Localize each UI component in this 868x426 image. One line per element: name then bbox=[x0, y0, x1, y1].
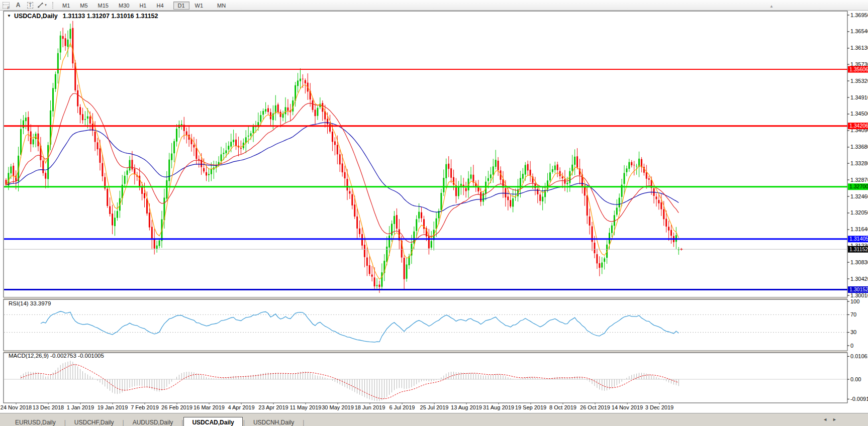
timeframe-button-m1[interactable]: M1 bbox=[58, 2, 74, 10]
candle-body bbox=[280, 112, 281, 117]
candle-body bbox=[297, 80, 299, 86]
candle-body bbox=[515, 197, 516, 197]
candle-body bbox=[611, 226, 613, 233]
candle-body bbox=[262, 111, 264, 115]
candle-body bbox=[171, 154, 172, 160]
timeframe-button-w1[interactable]: W1 bbox=[190, 2, 208, 10]
candle-body bbox=[361, 234, 363, 246]
candle-body bbox=[287, 108, 288, 111]
chart-menu-expander-icon[interactable]: ▼ bbox=[7, 14, 11, 18]
macd-tick-label: 0.00 bbox=[850, 376, 861, 382]
time-axis[interactable]: 24 Nov 201813 Dec 20181 Jan 201919 Jan 2… bbox=[1, 403, 673, 410]
timeframe-button-m5[interactable]: M5 bbox=[75, 2, 92, 10]
timeframe-button-h1[interactable]: H1 bbox=[135, 2, 151, 10]
candle-body bbox=[20, 129, 22, 155]
date-label: 23 Apr 2019 bbox=[258, 404, 288, 410]
candle-body bbox=[507, 196, 509, 200]
candle-body bbox=[315, 110, 316, 116]
main-chart-panel[interactable] bbox=[4, 11, 847, 297]
toolbar-grip[interactable] bbox=[52, 2, 54, 9]
candle-body bbox=[67, 40, 69, 47]
candle-body bbox=[369, 265, 370, 274]
chart-tab-eurusd-daily[interactable]: EURUSD,Daily bbox=[7, 417, 64, 426]
date-label: 26 Feb 2019 bbox=[161, 404, 192, 410]
grid-properties-icon[interactable]: F bbox=[1, 1, 11, 9]
price-tick-label: 1.33280 bbox=[850, 160, 868, 166]
candle-body bbox=[566, 183, 568, 184]
candle-body bbox=[465, 188, 467, 191]
candle-body bbox=[431, 241, 432, 248]
candle-body bbox=[594, 243, 595, 253]
panel-splitter[interactable] bbox=[4, 351, 847, 353]
macd-tick-label: -0.009185 bbox=[850, 396, 868, 402]
candle-body bbox=[127, 170, 128, 175]
candle-body bbox=[149, 212, 150, 227]
candle-body bbox=[52, 88, 54, 111]
candle-body bbox=[576, 156, 578, 168]
timeframe-button-mn[interactable]: MN bbox=[213, 2, 230, 10]
timeframe-button-m15[interactable]: M15 bbox=[93, 2, 113, 10]
candle-body bbox=[89, 117, 91, 124]
candle-body bbox=[302, 79, 304, 79]
candle-body bbox=[166, 180, 167, 199]
candle-body bbox=[493, 166, 494, 174]
candle-body bbox=[539, 194, 541, 201]
candle-body bbox=[571, 165, 573, 171]
tab-separator: | bbox=[122, 419, 125, 426]
font-icon[interactable]: A bbox=[13, 1, 23, 9]
candle-body bbox=[624, 173, 625, 184]
candle-body bbox=[55, 74, 56, 89]
chart-tab-usdcad-daily[interactable]: USDCAD,Daily bbox=[183, 417, 242, 426]
candle-body bbox=[530, 170, 531, 176]
candle-body bbox=[391, 224, 393, 235]
panel-splitter[interactable] bbox=[4, 297, 847, 299]
candle-body bbox=[589, 217, 591, 226]
date-label: 30 May 2019 bbox=[322, 404, 354, 410]
candle-body bbox=[628, 162, 630, 169]
svg-text:1.30152: 1.30152 bbox=[849, 286, 868, 292]
date-label: 1 Jan 2019 bbox=[67, 404, 94, 410]
rsi-tick-label: 30 bbox=[850, 329, 856, 335]
scroll-left-icon[interactable]: ◄ bbox=[823, 417, 832, 422]
rsi-tick-label: 70 bbox=[850, 311, 856, 317]
candle-body bbox=[109, 206, 111, 214]
candle-body bbox=[151, 227, 153, 238]
candle-body bbox=[65, 38, 66, 46]
timeframe-button-d1[interactable]: D1 bbox=[173, 2, 189, 10]
candle-body bbox=[203, 168, 205, 172]
chart-tab-usdchf-daily[interactable]: USDCHF,Daily bbox=[66, 417, 122, 426]
candle-body bbox=[584, 186, 586, 196]
candle-body bbox=[332, 132, 333, 142]
candle-body bbox=[131, 160, 133, 169]
candle-body bbox=[72, 28, 73, 64]
date-label: 8 Oct 2019 bbox=[549, 404, 576, 410]
diagonal-arrows-glyph bbox=[37, 2, 44, 9]
candle-body bbox=[33, 139, 34, 144]
candle-body bbox=[146, 198, 148, 214]
candle-body bbox=[233, 140, 234, 142]
chart-tab-usdcnh-daily[interactable]: USDCNH,Daily bbox=[245, 417, 302, 426]
chart-shift-marker-icon: ▲ bbox=[769, 5, 774, 9]
candle-body bbox=[248, 136, 249, 137]
chart-tab-audusd-daily[interactable]: AUDUSD,Daily bbox=[125, 417, 181, 426]
candle-body bbox=[631, 162, 632, 165]
date-label: 7 Feb 2019 bbox=[131, 404, 159, 410]
candle-body bbox=[62, 36, 64, 39]
text-label-icon[interactable]: T bbox=[25, 1, 35, 9]
candle-body bbox=[240, 148, 242, 149]
cursor-arrows-icon[interactable]: ▼ bbox=[37, 1, 47, 9]
candle-body bbox=[211, 169, 212, 174]
date-label: 6 Jul 2019 bbox=[390, 404, 415, 410]
candle-body bbox=[663, 209, 664, 220]
chart-canvas[interactable]: 1.369501.365401.361301.357301.353201.349… bbox=[0, 10, 868, 413]
date-label: 19 Jan 2019 bbox=[98, 404, 128, 410]
macd-panel[interactable] bbox=[4, 353, 847, 403]
rsi-panel[interactable] bbox=[4, 299, 847, 351]
candle-body bbox=[406, 264, 408, 278]
scroll-right-icon[interactable]: ► bbox=[832, 417, 842, 422]
rsi-tick-label: 100 bbox=[850, 298, 859, 304]
timeframe-button-m30[interactable]: M30 bbox=[114, 2, 134, 10]
date-label: 13 Dec 2018 bbox=[33, 404, 64, 410]
candle-body bbox=[253, 126, 254, 133]
timeframe-button-h4[interactable]: H4 bbox=[152, 2, 168, 10]
